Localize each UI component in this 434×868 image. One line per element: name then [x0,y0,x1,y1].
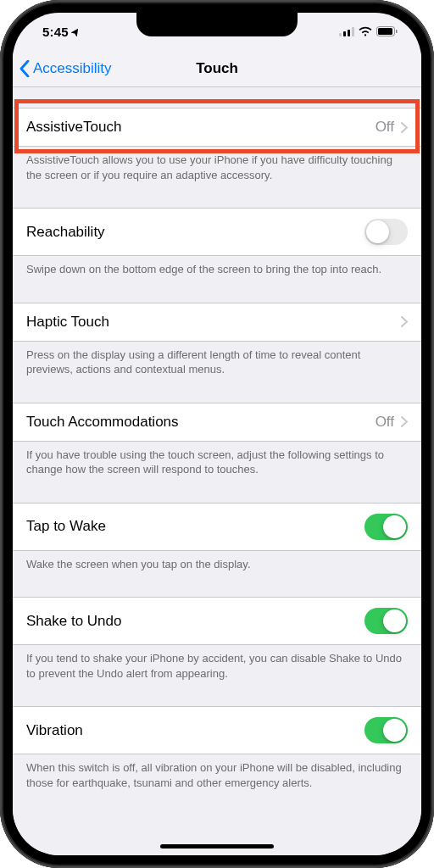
row-footer: Press on the display using a different l… [13,342,421,377]
row-label: Shake to Undo [26,613,121,630]
row-reachability[interactable]: Reachability [13,208,421,256]
row-shake-to-undo[interactable]: Shake to Undo [13,597,421,645]
back-label: Accessibility [33,60,112,77]
svg-rect-3 [352,27,354,36]
svg-rect-5 [378,28,392,35]
reachability-toggle[interactable] [364,219,408,245]
row-footer: Wake the screen when you tap on the disp… [13,551,421,572]
row-label: Haptic Touch [26,314,109,331]
row-label: AssistiveTouch [26,119,121,136]
row-footer: When this switch is off, all vibration o… [13,754,421,790]
tap-to-wake-toggle[interactable] [364,514,408,540]
row-value: Off [376,119,394,136]
row-footer: If you tend to shake your iPhone by acci… [13,645,421,681]
status-time: 5:45 [42,25,81,39]
battery-icon [376,26,398,36]
notch [136,13,298,36]
settings-list[interactable]: AssistiveTouch Off AssistiveTouch allows… [13,87,421,855]
row-tap-to-wake[interactable]: Tap to Wake [13,503,421,551]
home-indicator[interactable] [160,844,274,849]
chevron-right-icon [401,316,408,327]
nav-bar: Accessibility Touch [13,50,421,87]
chevron-left-icon [19,60,30,77]
row-footer: Swipe down on the bottom edge of the scr… [13,256,421,277]
row-value: Off [376,414,394,431]
status-time-text: 5:45 [42,25,69,39]
row-label: Reachability [26,224,105,241]
chevron-right-icon [401,416,408,427]
location-icon [71,27,81,36]
status-icons [339,26,398,36]
cellular-icon [339,27,354,36]
row-label: Vibration [26,722,83,739]
nav-title: Touch [196,60,238,77]
row-touch-accommodations[interactable]: Touch Accommodations Off [13,403,421,442]
row-footer: AssistiveTouch allows you to use your iP… [13,147,421,182]
back-button[interactable]: Accessibility [19,60,112,77]
row-assistivetouch[interactable]: AssistiveTouch Off [13,108,421,147]
shake-to-undo-toggle[interactable] [364,608,408,634]
row-haptic-touch[interactable]: Haptic Touch [13,303,421,342]
screen: 5:45 [13,13,421,855]
chevron-right-icon [401,122,408,133]
row-footer: If you have trouble using the touch scre… [13,442,421,477]
row-vibration[interactable]: Vibration [13,706,421,754]
row-label: Tap to Wake [26,518,106,535]
vibration-toggle[interactable] [364,717,408,743]
svg-rect-0 [339,33,342,36]
svg-rect-1 [343,31,346,36]
svg-rect-6 [396,30,398,33]
row-label: Touch Accommodations [26,414,179,431]
wifi-icon [359,26,372,36]
svg-rect-2 [348,30,350,36]
phone-frame: 5:45 [0,0,434,868]
